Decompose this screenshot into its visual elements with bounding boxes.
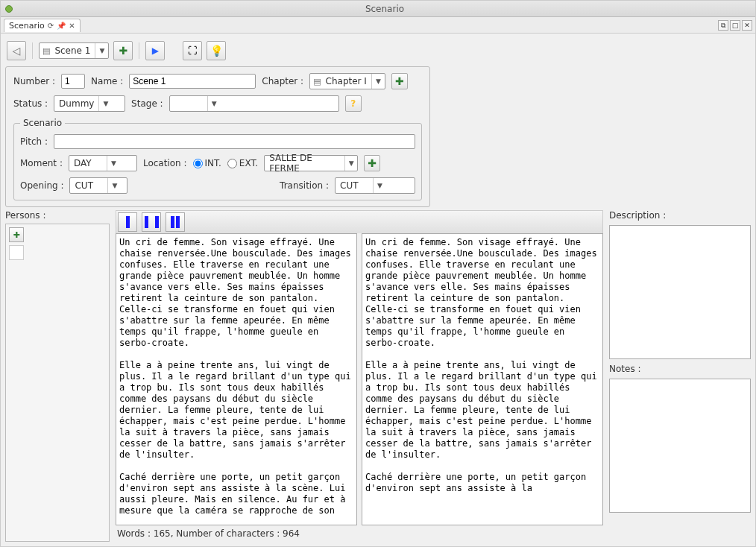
pane-window-controls: ⧉ □ ✕ [718, 20, 752, 31]
name-input[interactable] [129, 74, 256, 89]
int-label: INT. [205, 158, 221, 168]
lower-section: Persons : ✚ Words : 165, Number of chara… [5, 210, 751, 542]
close-window-icon[interactable] [5, 5, 13, 13]
editor-toolbar [116, 210, 603, 233]
ext-label: EXT. [239, 158, 258, 168]
moment-label: Moment : [20, 158, 63, 168]
chapter-select[interactable]: ▤ Chapter I ▼ [309, 73, 385, 89]
description-label: Description : [609, 210, 751, 221]
chapter-label: Chapter : [262, 76, 303, 86]
scene-text-right[interactable] [362, 233, 603, 525]
add-chapter-button[interactable]: ✚ [391, 73, 408, 89]
scenario-subform: Scenario Pitch : Moment : DAY ▼ Location… [13, 118, 422, 200]
titlebar: Scenario [1, 1, 755, 17]
column-icon [155, 216, 159, 228]
plus-icon: ✚ [368, 157, 377, 169]
tab-label: Scenario [9, 21, 45, 31]
status-label: Status : [13, 98, 48, 109]
column-icon [145, 216, 148, 228]
help-icon: ? [350, 98, 356, 109]
number-input[interactable] [61, 74, 85, 89]
document-icon: ▤ [40, 46, 50, 56]
pitch-label: Pitch : [20, 136, 48, 147]
chevron-down-icon[interactable]: ▼ [207, 96, 221, 111]
add-person-button[interactable]: ✚ [9, 227, 24, 242]
plus-icon: ✚ [395, 75, 404, 87]
chevron-down-icon[interactable]: ▼ [371, 74, 385, 89]
layout-single-button[interactable] [118, 212, 137, 232]
chevron-down-icon[interactable]: ▼ [95, 43, 108, 58]
back-icon: ◁ [13, 45, 21, 57]
idea-button[interactable]: 💡 [207, 41, 226, 60]
ext-radio-input[interactable] [227, 159, 237, 168]
persons-column: Persons : ✚ [5, 210, 110, 542]
location-value: SALLE DE FERME [265, 153, 344, 174]
transition-value: CUT [336, 180, 373, 191]
tab-scenario[interactable]: Scenario ⟳ 📌 ✕ [4, 19, 81, 32]
add-scene-button[interactable]: ✚ [113, 41, 133, 60]
chapter-value: Chapter I [321, 76, 371, 86]
location-ext-radio[interactable]: EXT. [227, 158, 258, 168]
opening-value: CUT [70, 180, 107, 191]
stage-select[interactable]: ▼ [169, 95, 339, 112]
play-button[interactable]: ▶ [145, 41, 165, 60]
notes-textarea[interactable] [609, 379, 751, 513]
status-value: Dummy [54, 98, 98, 109]
text-panes [116, 233, 603, 525]
column-icon [176, 216, 180, 228]
plus-icon: ✚ [119, 45, 128, 57]
scene-text-left[interactable] [116, 233, 357, 525]
stage-label: Stage : [131, 98, 163, 109]
right-sidebar: Description : Notes : [609, 210, 751, 542]
description-textarea[interactable] [609, 225, 751, 359]
pitch-input[interactable] [54, 134, 415, 149]
chevron-down-icon[interactable]: ▼ [107, 156, 120, 171]
transition-label: Transition : [280, 180, 329, 191]
int-radio-input[interactable] [193, 159, 203, 168]
plus-icon: ✚ [13, 230, 19, 240]
main-toolbar: ◁ ▤ Scene 1 ▼ ✚ ▶ ⛶ 💡 [5, 38, 751, 63]
chevron-down-icon[interactable]: ▼ [107, 178, 121, 193]
fullscreen-icon: ⛶ [188, 45, 197, 56]
persons-label: Persons : [5, 210, 110, 221]
add-location-button[interactable]: ✚ [364, 155, 380, 171]
layout-split-button[interactable] [142, 212, 161, 232]
app-window: Scenario Scenario ⟳ 📌 ✕ ⧉ □ ✕ ◁ ▤ Scene … [0, 0, 756, 547]
location-label: Location : [143, 158, 187, 168]
persons-list: ✚ [5, 224, 110, 542]
transition-select[interactable]: CUT ▼ [335, 177, 415, 194]
pane-restore-icon[interactable]: ⧉ [718, 20, 728, 31]
back-button[interactable]: ◁ [7, 41, 26, 60]
window-title: Scenario [19, 4, 751, 14]
content-area: ◁ ▤ Scene 1 ▼ ✚ ▶ ⛶ 💡 Number : Name : Ch… [1, 34, 755, 546]
status-select[interactable]: Dummy ▼ [54, 95, 125, 112]
column-icon [171, 216, 174, 228]
pane-maximize-icon[interactable]: □ [730, 20, 740, 31]
play-icon: ▶ [152, 45, 159, 56]
scene-selector[interactable]: ▤ Scene 1 ▼ [39, 42, 109, 59]
chevron-down-icon[interactable]: ▼ [98, 96, 112, 111]
name-label: Name : [91, 76, 123, 86]
stage-help-button[interactable]: ? [345, 95, 362, 112]
close-tab-icon[interactable]: ✕ [69, 22, 75, 30]
person-slot[interactable] [9, 245, 24, 260]
document-icon: ▤ [310, 77, 321, 86]
chevron-down-icon[interactable]: ▼ [344, 156, 357, 171]
layout-double-button[interactable] [166, 212, 185, 232]
column-icon [126, 216, 130, 228]
opening-select[interactable]: CUT ▼ [69, 177, 127, 194]
location-select[interactable]: SALLE DE FERME ▼ [264, 155, 358, 171]
chevron-down-icon[interactable]: ▼ [373, 178, 386, 193]
moment-value: DAY [69, 158, 107, 168]
opening-label: Opening : [20, 180, 63, 191]
moment-select[interactable]: DAY ▼ [69, 155, 137, 171]
pane-close-icon[interactable]: ✕ [742, 20, 752, 31]
wordcount-status: Words : 165, Number of characters : 964 [116, 525, 603, 542]
bulb-icon: 💡 [210, 45, 223, 57]
number-label: Number : [13, 76, 55, 86]
fullscreen-button[interactable]: ⛶ [183, 41, 202, 60]
scenario-legend: Scenario [20, 118, 65, 128]
refresh-icon: ⟳ [48, 22, 54, 30]
location-int-radio[interactable]: INT. [193, 158, 221, 168]
pin-icon[interactable]: 📌 [57, 22, 66, 30]
